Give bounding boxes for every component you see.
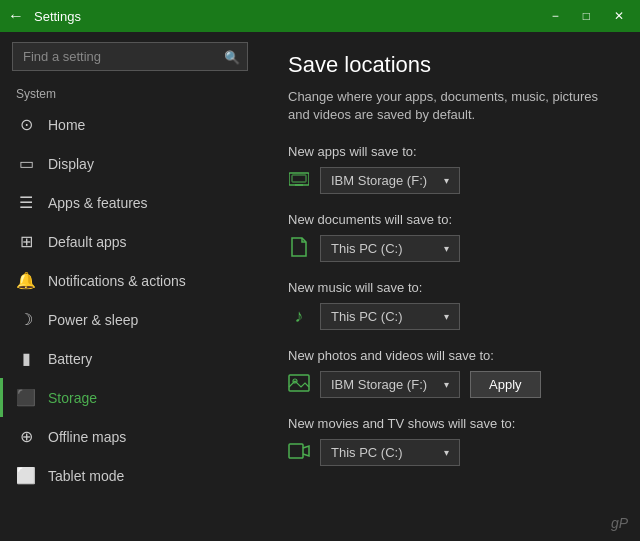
storage-icon: ⬛ bbox=[16, 388, 36, 407]
sidebar-item-label: Power & sleep bbox=[48, 312, 138, 328]
main-layout: 🔍 System ⊙ Home ▭ Display ☰ Apps & featu… bbox=[0, 32, 640, 541]
svg-rect-6 bbox=[289, 444, 303, 458]
photos-location-value: IBM Storage (F:) bbox=[331, 377, 427, 392]
page-description: Change where your apps, documents, music… bbox=[288, 88, 612, 124]
window-title: Settings bbox=[34, 9, 544, 24]
default-apps-icon: ⊞ bbox=[16, 232, 36, 251]
svg-rect-1 bbox=[292, 175, 306, 182]
close-button[interactable]: ✕ bbox=[606, 7, 632, 25]
search-box[interactable]: 🔍 bbox=[12, 42, 248, 71]
apps-row-control: IBM Storage (F:) ▾ bbox=[288, 167, 612, 194]
page-title: Save locations bbox=[288, 52, 612, 78]
music-location-value: This PC (C:) bbox=[331, 309, 403, 324]
sidebar-item-apps[interactable]: ☰ Apps & features bbox=[0, 183, 260, 222]
documents-location-value: This PC (C:) bbox=[331, 241, 403, 256]
sidebar-item-power[interactable]: ☽ Power & sleep bbox=[0, 300, 260, 339]
sidebar-item-label: Offline maps bbox=[48, 429, 126, 445]
chevron-down-icon: ▾ bbox=[444, 243, 449, 254]
chevron-down-icon: ▾ bbox=[444, 311, 449, 322]
sidebar-item-label: Apps & features bbox=[48, 195, 148, 211]
music-row-label: New music will save to: bbox=[288, 280, 612, 295]
apps-location-dropdown[interactable]: IBM Storage (F:) ▾ bbox=[320, 167, 460, 194]
documents-row-label: New documents will save to: bbox=[288, 212, 612, 227]
movies-row-label: New movies and TV shows will save to: bbox=[288, 416, 612, 431]
watermark: gP bbox=[611, 515, 628, 531]
sidebar-item-label: Battery bbox=[48, 351, 92, 367]
sidebar-item-default-apps[interactable]: ⊞ Default apps bbox=[0, 222, 260, 261]
photos-row-icon bbox=[288, 374, 310, 396]
sidebar-item-label: Display bbox=[48, 156, 94, 172]
sidebar-item-label: Storage bbox=[48, 390, 97, 406]
music-row-icon: ♪ bbox=[288, 306, 310, 327]
sidebar-item-label: Notifications & actions bbox=[48, 273, 186, 289]
apps-row-icon bbox=[288, 171, 310, 191]
music-location-dropdown[interactable]: This PC (C:) ▾ bbox=[320, 303, 460, 330]
photos-location-dropdown[interactable]: IBM Storage (F:) ▾ bbox=[320, 371, 460, 398]
title-bar: ← Settings − □ ✕ bbox=[0, 0, 640, 32]
save-row-photos: New photos and videos will save to: IBM … bbox=[288, 348, 612, 398]
movies-row-control: This PC (C:) ▾ bbox=[288, 439, 612, 466]
notifications-icon: 🔔 bbox=[16, 271, 36, 290]
window-controls: − □ ✕ bbox=[544, 7, 632, 25]
sidebar-item-label: Home bbox=[48, 117, 85, 133]
display-icon: ▭ bbox=[16, 154, 36, 173]
tablet-icon: ⬜ bbox=[16, 466, 36, 485]
movies-location-dropdown[interactable]: This PC (C:) ▾ bbox=[320, 439, 460, 466]
maximize-button[interactable]: □ bbox=[575, 7, 598, 25]
sidebar-item-home[interactable]: ⊙ Home bbox=[0, 105, 260, 144]
sidebar-item-label: Tablet mode bbox=[48, 468, 124, 484]
offline-maps-icon: ⊕ bbox=[16, 427, 36, 446]
save-row-apps: New apps will save to: IBM Storage (F:) … bbox=[288, 144, 612, 194]
chevron-down-icon: ▾ bbox=[444, 175, 449, 186]
photos-row-control: IBM Storage (F:) ▾ Apply bbox=[288, 371, 612, 398]
save-row-music: New music will save to: ♪ This PC (C:) ▾ bbox=[288, 280, 612, 330]
chevron-down-icon: ▾ bbox=[444, 447, 449, 458]
documents-location-dropdown[interactable]: This PC (C:) ▾ bbox=[320, 235, 460, 262]
sidebar-item-tablet[interactable]: ⬜ Tablet mode bbox=[0, 456, 260, 495]
search-icon: 🔍 bbox=[224, 49, 240, 64]
search-input[interactable] bbox=[12, 42, 248, 71]
documents-row-icon bbox=[288, 237, 310, 261]
sidebar-item-label: Default apps bbox=[48, 234, 127, 250]
movies-row-icon bbox=[288, 443, 310, 463]
battery-icon: ▮ bbox=[16, 349, 36, 368]
apps-row-label: New apps will save to: bbox=[288, 144, 612, 159]
chevron-down-icon: ▾ bbox=[444, 379, 449, 390]
home-icon: ⊙ bbox=[16, 115, 36, 134]
minimize-button[interactable]: − bbox=[544, 7, 567, 25]
apps-location-value: IBM Storage (F:) bbox=[331, 173, 427, 188]
content-area: Save locations Change where your apps, d… bbox=[260, 32, 640, 541]
sidebar-item-offline-maps[interactable]: ⊕ Offline maps bbox=[0, 417, 260, 456]
apply-button[interactable]: Apply bbox=[470, 371, 541, 398]
save-row-movies: New movies and TV shows will save to: Th… bbox=[288, 416, 612, 466]
sidebar-item-battery[interactable]: ▮ Battery bbox=[0, 339, 260, 378]
back-button[interactable]: ← bbox=[8, 7, 24, 25]
apps-icon: ☰ bbox=[16, 193, 36, 212]
power-icon: ☽ bbox=[16, 310, 36, 329]
music-row-control: ♪ This PC (C:) ▾ bbox=[288, 303, 612, 330]
sidebar-item-display[interactable]: ▭ Display bbox=[0, 144, 260, 183]
sidebar-section-label: System bbox=[0, 81, 260, 105]
svg-rect-4 bbox=[289, 375, 309, 391]
save-row-documents: New documents will save to: This PC (C:)… bbox=[288, 212, 612, 262]
movies-location-value: This PC (C:) bbox=[331, 445, 403, 460]
photos-row-label: New photos and videos will save to: bbox=[288, 348, 612, 363]
sidebar-item-storage[interactable]: ⬛ Storage bbox=[0, 378, 260, 417]
sidebar-item-notifications[interactable]: 🔔 Notifications & actions bbox=[0, 261, 260, 300]
sidebar: 🔍 System ⊙ Home ▭ Display ☰ Apps & featu… bbox=[0, 32, 260, 541]
documents-row-control: This PC (C:) ▾ bbox=[288, 235, 612, 262]
